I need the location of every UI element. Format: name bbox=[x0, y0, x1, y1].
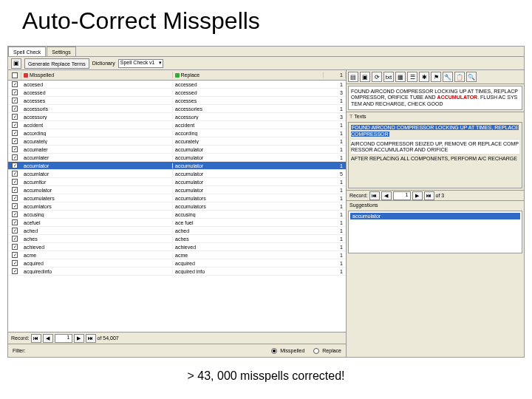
checkbox-icon[interactable] bbox=[12, 228, 18, 233]
checkbox-icon[interactable] bbox=[12, 252, 18, 258]
row-check-cell[interactable] bbox=[8, 236, 21, 242]
radio-replace[interactable] bbox=[313, 348, 319, 354]
tool-icon-9[interactable]: 🔧 bbox=[443, 72, 453, 82]
table-row[interactable]: accordingaccording1 bbox=[8, 129, 346, 137]
row-check-cell[interactable] bbox=[8, 114, 21, 120]
checkbox-icon[interactable] bbox=[12, 98, 18, 103]
radio-misspelled[interactable] bbox=[271, 348, 277, 354]
checkbox-icon[interactable] bbox=[12, 211, 18, 217]
ctx-record-position[interactable]: 1 bbox=[393, 191, 411, 200]
row-check-cell[interactable] bbox=[8, 260, 21, 266]
row-check-cell[interactable] bbox=[8, 244, 21, 250]
row-check-cell[interactable] bbox=[8, 89, 21, 95]
checkbox-icon[interactable] bbox=[12, 187, 18, 193]
checkbox-icon[interactable] bbox=[12, 106, 18, 112]
tool-icon-6[interactable]: ☰ bbox=[407, 72, 417, 82]
row-check-cell[interactable] bbox=[8, 81, 21, 87]
nav-prev-button[interactable]: ◀ bbox=[43, 334, 53, 343]
row-check-cell[interactable] bbox=[8, 219, 21, 225]
table-row[interactable]: accumlateraccumulator1 bbox=[8, 154, 346, 162]
checkbox-icon[interactable] bbox=[12, 179, 18, 185]
table-row[interactable]: accumateraccumulator1 bbox=[8, 146, 346, 154]
row-check-cell[interactable] bbox=[8, 268, 21, 274]
table-row[interactable]: achedached1 bbox=[8, 227, 346, 235]
row-check-cell[interactable] bbox=[8, 130, 21, 136]
row-check-cell[interactable] bbox=[8, 163, 21, 168]
generate-icon[interactable]: ▣ bbox=[11, 58, 21, 69]
header-misspelled[interactable]: Misspelled bbox=[21, 72, 173, 78]
tab-settings[interactable]: Settings bbox=[47, 47, 75, 56]
table-row[interactable]: acquiredinfoacquired info1 bbox=[8, 267, 346, 276]
row-check-cell[interactable] bbox=[8, 211, 21, 217]
row-check-cell[interactable] bbox=[8, 203, 21, 209]
ctx-nav-last-button[interactable]: ⏭ bbox=[424, 191, 434, 200]
tool-icon-10[interactable]: 📋 bbox=[454, 72, 465, 82]
row-check-cell[interactable] bbox=[8, 171, 21, 177]
checkbox-icon[interactable] bbox=[12, 146, 18, 152]
table-row[interactable]: accumlatoraccumulator5 bbox=[8, 170, 346, 178]
row-check-cell[interactable] bbox=[8, 98, 21, 103]
table-row[interactable]: accesedaccessed1 bbox=[8, 81, 346, 89]
table-row[interactable]: accuratelyaccurately1 bbox=[8, 137, 346, 146]
row-check-cell[interactable] bbox=[8, 106, 21, 112]
table-row[interactable]: acquiredacquired1 bbox=[8, 259, 346, 267]
checkbox-icon[interactable] bbox=[12, 244, 18, 250]
tab-spellcheck[interactable]: Spell Check bbox=[8, 47, 46, 56]
checkbox-icon[interactable] bbox=[12, 219, 18, 225]
generate-button[interactable]: Generate Replace Terms bbox=[24, 58, 89, 69]
checkbox-icon[interactable] bbox=[12, 89, 18, 95]
ctx-nav-prev-button[interactable]: ◀ bbox=[381, 191, 392, 200]
row-check-cell[interactable] bbox=[8, 122, 21, 128]
table-row[interactable]: accumlatorsaccumulators1 bbox=[8, 202, 346, 211]
header-replace[interactable]: Replace bbox=[173, 72, 324, 78]
row-check-cell[interactable] bbox=[8, 179, 21, 185]
header-checkbox-col[interactable] bbox=[8, 72, 21, 79]
tool-icon-4[interactable]: txt bbox=[383, 72, 394, 82]
table-row[interactable]: accessoryaccessory3 bbox=[8, 113, 346, 121]
table-row[interactable]: accessorisaccessories1 bbox=[8, 105, 346, 113]
table-row[interactable]: achesaches1 bbox=[8, 235, 346, 243]
tool-icon-11[interactable]: 🔍 bbox=[466, 72, 477, 82]
row-check-cell[interactable] bbox=[8, 138, 21, 144]
tool-icon-2[interactable]: ▣ bbox=[360, 72, 370, 82]
table-row[interactable]: accumulatersaccumulators1 bbox=[8, 194, 346, 202]
table-row[interactable]: acmeacme1 bbox=[8, 251, 346, 259]
checkbox-icon[interactable] bbox=[12, 236, 18, 242]
checkbox-icon[interactable] bbox=[12, 260, 18, 266]
row-check-cell[interactable] bbox=[8, 154, 21, 160]
row-check-cell[interactable] bbox=[8, 146, 21, 152]
tool-icon-7[interactable]: ✱ bbox=[419, 72, 429, 82]
table-row[interactable]: accessesaccesses1 bbox=[8, 97, 346, 105]
table-row[interactable]: accidentaccident1 bbox=[8, 121, 346, 129]
table-row[interactable]: accumolatoraccumulator1 bbox=[8, 186, 346, 194]
row-check-cell[interactable] bbox=[8, 195, 21, 201]
tool-icon-8[interactable]: ⚑ bbox=[431, 72, 441, 82]
table-row[interactable]: accumltoraccumulator1 bbox=[8, 178, 346, 186]
checkbox-icon[interactable] bbox=[12, 203, 18, 209]
checkbox-icon[interactable] bbox=[12, 195, 18, 201]
checkbox-icon[interactable] bbox=[12, 81, 18, 87]
checkbox-icon[interactable] bbox=[12, 154, 18, 160]
record-position-input[interactable]: 1 bbox=[55, 334, 72, 343]
suggestions-box[interactable]: accumulator bbox=[348, 211, 522, 253]
checkbox-icon[interactable] bbox=[12, 114, 18, 120]
table-row[interactable]: achievedachieved1 bbox=[8, 243, 346, 251]
header-count[interactable]: 1 bbox=[324, 72, 346, 78]
table-row[interactable]: accusingaccusing1 bbox=[8, 211, 346, 219]
dictionary-select[interactable]: Spell Check v1 bbox=[118, 59, 163, 68]
ctx-nav-first-button[interactable]: ⏮ bbox=[369, 191, 380, 200]
checkbox-icon[interactable] bbox=[12, 163, 18, 168]
terms-grid-body[interactable]: accesedaccessed1accessedaccessed3accesse… bbox=[8, 81, 346, 332]
nav-first-button[interactable]: ⏮ bbox=[31, 334, 41, 343]
table-row[interactable]: accessedaccessed3 bbox=[8, 89, 346, 97]
tool-icon-3[interactable]: ⟳ bbox=[372, 72, 382, 82]
tool-icon-1[interactable]: ▤ bbox=[348, 72, 358, 82]
checkbox-icon[interactable] bbox=[12, 122, 18, 128]
checkbox-icon[interactable] bbox=[12, 171, 18, 177]
nav-next-button[interactable]: ▶ bbox=[74, 334, 84, 343]
row-check-cell[interactable] bbox=[8, 252, 21, 258]
table-row[interactable]: acefuelace fuel1 bbox=[8, 219, 346, 227]
ctx-nav-next-button[interactable]: ▶ bbox=[412, 191, 423, 200]
checkbox-icon[interactable] bbox=[12, 138, 18, 144]
tool-icon-5[interactable]: ▦ bbox=[395, 72, 406, 82]
